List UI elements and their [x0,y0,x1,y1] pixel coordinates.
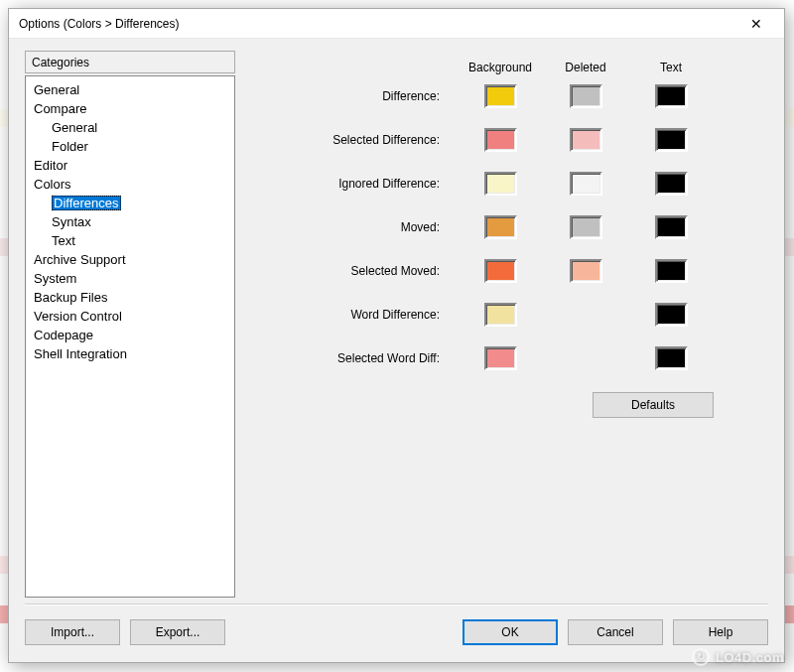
color-swatch-text[interactable] [655,259,688,283]
category-label: Archive Support [34,252,126,267]
color-swatch-text[interactable] [655,172,688,196]
titlebar: Options (Colors > Differences) ✕ [9,9,784,39]
color-row: Selected Difference: [249,118,768,162]
category-item[interactable]: Shell Integration [26,344,234,363]
categories-header: Categories [25,51,235,73]
categories-list[interactable]: GeneralCompareGeneralFolderEditorColorsD… [25,75,235,598]
close-icon[interactable]: ✕ [736,11,776,37]
color-swatch-bg[interactable] [484,259,517,283]
category-item[interactable]: Text [26,231,234,250]
color-swatch-del[interactable] [570,128,602,152]
col-background-label: Background [458,61,543,74]
row-label: Selected Moved: [249,264,458,278]
row-label: Selected Word Diff: [249,351,458,365]
color-swatch-del[interactable] [570,84,602,108]
category-item[interactable]: General [26,80,234,99]
defaults-button[interactable]: Defaults [593,392,714,418]
row-label: Selected Difference: [249,133,458,147]
category-label: Shell Integration [34,346,127,361]
color-swatch-text[interactable] [655,84,688,108]
color-rows: Difference:Selected Difference:Ignored D… [249,74,768,380]
col-deleted-label: Deleted [543,61,628,74]
column-headers: Background Deleted Text [249,51,768,74]
category-label: General [34,82,79,97]
category-item[interactable]: Version Control [26,307,234,326]
category-item[interactable]: Folder [26,137,234,156]
color-swatch-bg[interactable] [484,128,517,152]
color-swatch-text[interactable] [655,303,688,327]
category-item[interactable]: Archive Support [26,250,234,269]
category-label: Syntax [52,214,91,229]
category-label: Compare [34,101,86,116]
row-label: Word Difference: [249,308,458,322]
dialog-buttons: Import... Export... OK Cancel Help [25,614,768,650]
import-button[interactable]: Import... [25,619,120,645]
row-label: Moved: [249,220,458,234]
color-swatch-bg[interactable] [484,172,517,196]
help-button[interactable]: Help [673,619,768,645]
row-label: Ignored Difference: [249,177,458,191]
color-row: Selected Moved: [249,249,768,293]
category-label: Backup Files [34,290,107,305]
color-settings-panel: Background Deleted Text Difference:Selec… [249,51,768,598]
category-item[interactable]: General [26,118,234,137]
category-item[interactable]: Editor [26,156,234,175]
color-swatch-del[interactable] [570,172,602,196]
category-label: Differences [52,196,121,210]
color-swatch-del[interactable] [570,259,602,283]
category-label: Colors [34,177,71,192]
window-title: Options (Colors > Differences) [19,17,736,31]
category-label: System [34,271,76,286]
color-swatch-bg[interactable] [484,84,517,108]
category-label: General [52,120,97,135]
category-label: Text [52,233,75,248]
category-item[interactable]: System [26,269,234,288]
category-item[interactable]: Compare [26,99,234,118]
color-swatch-text[interactable] [655,128,688,152]
category-item[interactable]: Backup Files [26,288,234,307]
category-label: Editor [34,158,67,173]
category-item[interactable]: Syntax [26,212,234,231]
category-label: Folder [52,139,88,154]
ok-button[interactable]: OK [463,619,558,645]
color-swatch-del[interactable] [570,215,602,239]
col-text-label: Text [628,61,714,74]
color-row: Moved: [249,205,768,249]
color-row: Difference: [249,74,768,118]
color-swatch-text[interactable] [655,215,688,239]
cancel-button[interactable]: Cancel [568,619,663,645]
category-label: Version Control [34,309,122,324]
separator [25,604,768,605]
color-swatch-bg[interactable] [484,303,517,327]
category-item[interactable]: Codepage [26,326,234,344]
category-item[interactable]: Colors [26,175,234,194]
export-button[interactable]: Export... [130,619,225,645]
category-label: Codepage [34,328,93,342]
color-swatch-bg[interactable] [484,346,517,370]
row-label: Difference: [249,89,458,103]
color-row: Selected Word Diff: [249,336,768,380]
client-area: Categories GeneralCompareGeneralFolderEd… [9,39,784,662]
options-dialog: Options (Colors > Differences) ✕ Categor… [8,8,785,663]
categories-column: Categories GeneralCompareGeneralFolderEd… [25,51,235,598]
color-swatch-text[interactable] [655,346,688,370]
color-row: Word Difference: [249,293,768,336]
category-item[interactable]: Differences [26,194,234,212]
color-swatch-bg[interactable] [484,215,517,239]
color-row: Ignored Difference: [249,162,768,205]
